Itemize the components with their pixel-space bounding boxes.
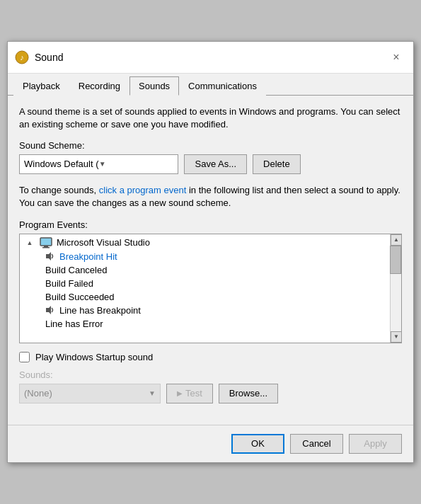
save-as-button[interactable]: Save As... [184,154,247,174]
startup-sound-row: Play Windows Startup sound [19,352,402,362]
events-list[interactable]: ▲ Microsoft Visual Studio Breakp [19,234,402,343]
svg-rect-4 [42,247,50,248]
startup-sound-label[interactable]: Play Windows Startup sound [35,352,153,362]
svg-marker-5 [46,252,51,260]
scheme-dropdown[interactable]: Windows Default (modified) (modifi ▼ [19,154,178,174]
tab-content: A sound theme is a set of sounds applied… [8,96,413,425]
event-name-line-error: Line has Error [45,319,103,329]
expand-arrow-icon: ▲ [24,237,35,248]
play-icon: ▶ [177,389,183,397]
sound-window-icon: ♪ [15,50,29,64]
scrollbar-up-button[interactable]: ▲ [391,234,402,246]
events-list-inner: ▲ Microsoft Visual Studio Breakp [20,234,401,332]
monitor-icon [40,237,52,248]
event-group-visual-studio[interactable]: ▲ Microsoft Visual Studio [20,236,401,250]
close-button[interactable]: × [386,47,406,67]
tab-communications[interactable]: Communications [179,76,266,96]
speaker-icon-line [45,305,55,315]
scrollbar-thumb[interactable] [390,246,401,274]
group-name: Microsoft Visual Studio [57,237,150,248]
cancel-button[interactable]: Cancel [290,434,343,454]
scrollbar-track: ▲ ▼ [390,234,401,343]
svg-text:♪: ♪ [20,53,24,62]
event-item-build-canceled[interactable]: Build Canceled [20,263,401,277]
speaker-icon-breakpoint [45,251,55,261]
event-item-build-succeeded[interactable]: Build Succeeded [20,290,401,304]
scheme-label: Sound Scheme: [19,140,402,151]
svg-rect-2 [40,238,52,246]
click-link: click a program event [99,185,187,195]
scheme-row: Windows Default (modified) (modifi ▼ Sav… [19,154,402,174]
sounds-dropdown[interactable]: (None) ▼ [19,384,161,403]
sounds-dropdown-arrow-icon: ▼ [149,389,156,397]
delete-button[interactable]: Delete [253,154,301,174]
svg-rect-3 [44,246,48,247]
test-button[interactable]: ▶ Test [166,384,213,403]
apply-button[interactable]: Apply [349,434,402,454]
sound-dialog: ♪ Sound × Playback Recording Sounds Comm… [7,41,414,463]
sounds-value: (None) [24,388,52,399]
title-bar-left: ♪ Sound [15,50,63,64]
event-item-line-error[interactable]: Line has Error [20,317,401,331]
events-label: Program Events: [19,219,402,230]
sounds-row: (None) ▼ ▶ Test Browse... [19,384,402,403]
test-button-label: Test [185,388,202,399]
startup-sound-checkbox[interactable] [19,352,30,362]
tab-recording[interactable]: Recording [69,76,129,96]
tab-playback[interactable]: Playback [13,76,69,96]
event-name-build-canceled: Build Canceled [45,265,107,275]
event-name-build-failed: Build Failed [45,278,93,289]
instructions-text: To change sounds, click a program event … [19,184,402,210]
sounds-section-label: Sounds: [19,370,402,380]
event-item-build-failed[interactable]: Build Failed [20,277,401,290]
event-name-build-succeeded: Build Succeeded [45,292,115,302]
dropdown-arrow-icon: ▼ [99,160,174,168]
dialog-footer: OK Cancel Apply [8,425,413,462]
scrollbar-down-button[interactable]: ▼ [391,331,402,343]
description-text: A sound theme is a set of sounds applied… [19,105,402,131]
svg-marker-6 [46,306,51,314]
tab-bar: Playback Recording Sounds Communications [8,74,413,96]
event-item-breakpoint-hit[interactable]: Breakpoint Hit [20,250,401,263]
ok-button[interactable]: OK [231,434,284,454]
event-name-breakpoint-hit: Breakpoint Hit [59,251,117,262]
event-name-line-breakpoint: Line has Breakpoint [59,305,141,316]
dialog-title: Sound [35,52,63,63]
title-bar: ♪ Sound × [8,42,413,74]
event-item-line-breakpoint[interactable]: Line has Breakpoint [20,304,401,317]
browse-button[interactable]: Browse... [219,384,278,403]
tab-sounds[interactable]: Sounds [129,76,179,96]
scheme-value: Windows Default (modified) (modifi [24,159,99,169]
